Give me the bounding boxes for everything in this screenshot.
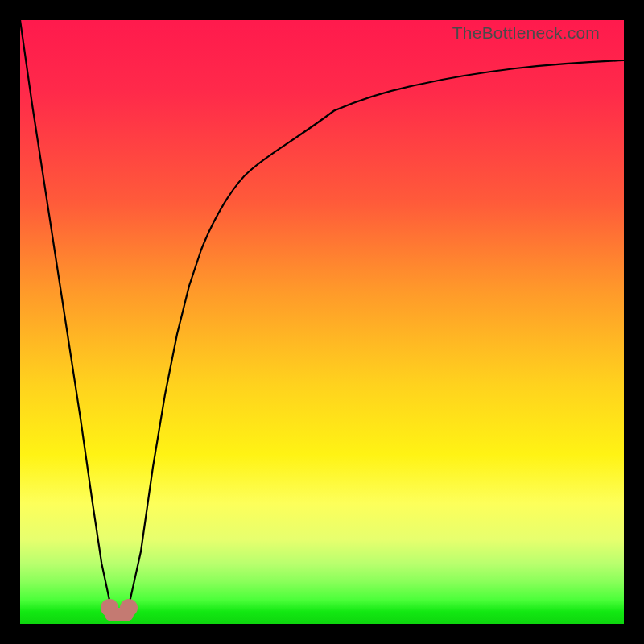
bottleneck-curve xyxy=(20,20,624,624)
curve-path xyxy=(20,20,624,618)
plot-frame: TheBottleneck.com xyxy=(20,20,624,624)
svg-rect-2 xyxy=(105,608,134,621)
watermark-text: TheBottleneck.com xyxy=(452,23,600,43)
minimum-marker-shape xyxy=(101,599,138,621)
minimum-marker xyxy=(97,598,145,625)
